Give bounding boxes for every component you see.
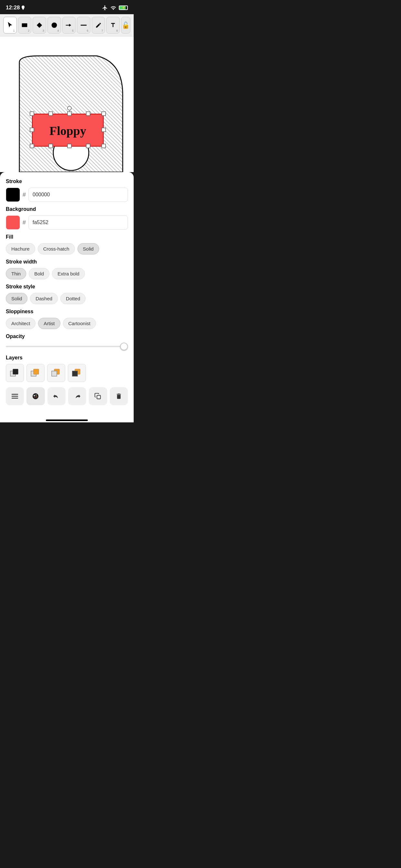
- sloppiness-cartoonist[interactable]: Cartoonist: [63, 318, 96, 329]
- svg-rect-13: [30, 128, 34, 132]
- tool-circle[interactable]: 4: [48, 17, 61, 34]
- layer-bring-to-front[interactable]: [6, 364, 24, 382]
- tool-line[interactable]: 6: [77, 17, 90, 34]
- delete-icon: [115, 393, 122, 400]
- fill-hachure[interactable]: Hachure: [6, 243, 35, 254]
- background-color-row: #: [6, 215, 128, 229]
- layers-row: [6, 364, 128, 382]
- circle-icon: [51, 22, 58, 28]
- tool-select[interactable]: 1: [3, 17, 17, 34]
- wifi-icon: [111, 5, 116, 10]
- svg-rect-14: [102, 128, 105, 132]
- svg-rect-12: [102, 112, 105, 116]
- svg-point-20: [67, 106, 71, 110]
- layer-send-to-back[interactable]: [68, 364, 86, 382]
- tool-lock[interactable]: 🔓: [121, 17, 130, 34]
- status-icons: ⚡: [102, 5, 128, 11]
- line-icon: [80, 24, 87, 27]
- sloppiness-label: Sloppiness: [6, 309, 128, 314]
- opacity-slider[interactable]: [6, 346, 128, 347]
- properties-panel: Stroke # Background # Fill Hachure Cross…: [0, 172, 134, 417]
- action-undo[interactable]: [48, 387, 66, 405]
- status-time: 12:28: [6, 4, 25, 11]
- diamond-icon: [36, 22, 42, 28]
- svg-rect-30: [72, 371, 78, 376]
- fill-label: Fill: [6, 234, 128, 240]
- send-backward-icon: [51, 368, 61, 378]
- svg-rect-16: [49, 144, 53, 148]
- svg-rect-9: [49, 112, 53, 116]
- svg-rect-18: [86, 144, 90, 148]
- sloppiness-architect[interactable]: Architect: [6, 318, 35, 329]
- canvas-svg: Floppy: [0, 36, 134, 172]
- stroke-style-dotted[interactable]: Dotted: [60, 293, 86, 304]
- menu-icon: [11, 393, 19, 399]
- undo-icon: [53, 393, 60, 400]
- layers-label: Layers: [6, 355, 128, 361]
- toolbar: 1 2 3 4 5 6 7: [0, 14, 134, 36]
- fill-options: Hachure Cross-hatch Solid: [6, 243, 128, 254]
- stroke-width-options: Thin Bold Extra bold: [6, 268, 128, 279]
- style-icon: [32, 393, 39, 400]
- tool-diamond[interactable]: 3: [33, 17, 46, 34]
- battery-icon: ⚡: [119, 5, 128, 10]
- svg-point-36: [36, 395, 37, 396]
- stroke-color-input[interactable]: [28, 188, 128, 202]
- status-bar: 12:28 ⚡: [0, 0, 134, 14]
- text-icon: [110, 22, 116, 28]
- tool-arrow[interactable]: 5: [62, 17, 76, 34]
- background-label: Background: [6, 206, 128, 212]
- svg-rect-39: [97, 395, 101, 399]
- svg-point-34: [33, 393, 38, 399]
- tool-text[interactable]: 8: [106, 17, 120, 34]
- action-redo[interactable]: [68, 387, 86, 405]
- fill-cross-hatch[interactable]: Cross-hatch: [38, 243, 75, 254]
- background-color-swatch[interactable]: [6, 215, 20, 229]
- svg-rect-28: [52, 371, 57, 376]
- layer-bring-forward[interactable]: [27, 364, 44, 382]
- opacity-slider-container: [6, 343, 128, 348]
- stroke-style-options: Solid Dashed Dotted: [6, 293, 128, 304]
- sloppiness-options: Architect Artist Cartoonist: [6, 318, 128, 329]
- redo-icon: [73, 393, 81, 400]
- fill-solid[interactable]: Solid: [78, 243, 99, 254]
- background-color-input[interactable]: [28, 215, 128, 229]
- arrow-icon: [65, 23, 72, 27]
- stroke-label: Stroke: [6, 179, 128, 184]
- bring-forward-icon: [30, 368, 41, 378]
- stroke-width-extra-bold[interactable]: Extra bold: [52, 268, 85, 279]
- action-bar: [6, 387, 128, 405]
- action-delete[interactable]: [110, 387, 128, 405]
- background-hash: #: [23, 219, 26, 226]
- home-bar: [46, 420, 88, 421]
- stroke-width-thin[interactable]: Thin: [6, 268, 26, 279]
- tool-pencil[interactable]: 7: [92, 17, 105, 34]
- svg-rect-26: [34, 369, 39, 374]
- action-style[interactable]: [27, 387, 44, 405]
- action-copy[interactable]: [89, 387, 107, 405]
- stroke-style-label: Stroke style: [6, 284, 128, 290]
- stroke-width-bold[interactable]: Bold: [29, 268, 50, 279]
- action-menu[interactable]: [6, 387, 24, 405]
- svg-rect-19: [102, 144, 105, 148]
- stroke-style-dashed[interactable]: Dashed: [30, 293, 58, 304]
- cursor-icon: [7, 22, 13, 28]
- stroke-color-swatch[interactable]: [6, 188, 20, 202]
- bring-to-front-icon: [10, 368, 20, 378]
- opacity-label: Opacity: [6, 334, 128, 339]
- tool-rectangle[interactable]: 2: [18, 17, 32, 34]
- svg-point-35: [34, 395, 35, 396]
- svg-text:Floppy: Floppy: [50, 124, 86, 137]
- airplane-icon: [102, 5, 108, 11]
- canvas-area[interactable]: Floppy: [0, 36, 134, 172]
- svg-point-38: [35, 397, 35, 398]
- svg-rect-17: [67, 144, 71, 148]
- svg-rect-0: [22, 23, 27, 27]
- copy-icon: [94, 393, 101, 400]
- svg-rect-8: [30, 112, 34, 116]
- svg-point-1: [51, 23, 57, 28]
- stroke-style-solid[interactable]: Solid: [6, 293, 27, 304]
- home-indicator: [0, 417, 134, 423]
- sloppiness-artist[interactable]: Artist: [38, 318, 60, 329]
- layer-send-backward[interactable]: [47, 364, 65, 382]
